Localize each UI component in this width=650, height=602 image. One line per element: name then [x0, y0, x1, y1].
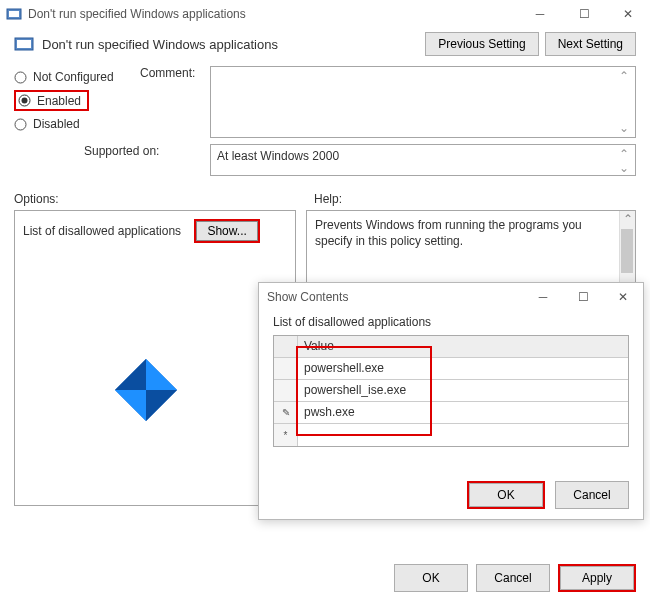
previous-setting-button[interactable]: Previous Setting — [425, 32, 538, 56]
modal-maximize-button[interactable]: ☐ — [563, 284, 603, 310]
radio-disabled[interactable]: Disabled — [14, 117, 140, 131]
table-row-new[interactable]: * — [274, 424, 628, 446]
modal-cancel-button[interactable]: Cancel — [555, 481, 629, 509]
radio-checked-icon — [18, 94, 31, 107]
dialog-footer: OK Cancel Apply — [394, 564, 636, 592]
pencil-icon: ✎ — [274, 402, 298, 423]
radio-unchecked-icon — [14, 71, 27, 84]
scrollbar[interactable]: ⌃⌄ — [619, 69, 633, 135]
list-label: List of disallowed applications — [23, 224, 181, 238]
svg-marker-9 — [146, 359, 177, 390]
header: Don't run specified Windows applications… — [0, 28, 650, 60]
grid-cell[interactable]: pwsh.exe — [298, 402, 628, 423]
asterisk-icon: * — [274, 424, 298, 446]
modal-title: Show Contents — [267, 290, 348, 304]
supported-on-label: Supported on: — [84, 144, 210, 158]
table-row[interactable]: ✎ pwsh.exe — [274, 402, 628, 424]
options-pane: List of disallowed applications Show... — [14, 210, 296, 506]
modal-ok-button[interactable]: OK — [469, 483, 543, 507]
disallowed-grid[interactable]: Value powershell.exe powershell_ise.exe … — [273, 335, 629, 447]
close-button[interactable]: ✕ — [606, 0, 650, 28]
maximize-button[interactable]: ☐ — [562, 0, 606, 28]
apply-button[interactable]: Apply — [560, 566, 634, 590]
radio-not-configured[interactable]: Not Configured — [14, 70, 140, 84]
svg-point-6 — [22, 98, 28, 104]
grid-corner — [274, 336, 298, 357]
policy-header-icon — [14, 34, 34, 54]
modal-minimize-button[interactable]: ─ — [523, 284, 563, 310]
supported-on-value: At least Windows 2000 ⌃⌄ — [210, 144, 636, 176]
scrollbar-thumb[interactable] — [621, 229, 633, 273]
svg-rect-1 — [9, 11, 19, 17]
svg-marker-11 — [115, 359, 146, 390]
help-text: Prevents Windows from running the progra… — [315, 217, 617, 249]
scrollbar[interactable]: ⌃⌄ — [619, 147, 633, 173]
comment-textarea[interactable]: ⌃⌄ — [210, 66, 636, 138]
radio-enabled[interactable]: Enabled — [14, 90, 89, 111]
modal-list-label: List of disallowed applications — [273, 315, 629, 329]
table-row[interactable]: powershell_ise.exe — [274, 380, 628, 402]
comment-label: Comment: — [140, 66, 210, 138]
policy-icon — [6, 6, 22, 22]
modal-close-button[interactable]: ✕ — [603, 284, 643, 310]
grid-col-value: Value — [298, 336, 628, 357]
svg-marker-12 — [146, 390, 177, 421]
table-row[interactable]: powershell.exe — [274, 358, 628, 380]
show-button[interactable]: Show... — [196, 221, 257, 241]
radio-unchecked-icon — [14, 118, 27, 131]
header-title: Don't run specified Windows applications — [42, 37, 425, 52]
svg-point-7 — [15, 119, 26, 130]
windows-logo-icon — [111, 355, 181, 425]
window-title: Don't run specified Windows applications — [28, 7, 518, 21]
titlebar: Don't run specified Windows applications… — [0, 0, 650, 28]
help-label: Help: — [314, 192, 342, 206]
grid-cell[interactable]: powershell_ise.exe — [298, 380, 628, 401]
cancel-button[interactable]: Cancel — [476, 564, 550, 592]
svg-marker-10 — [115, 390, 146, 421]
svg-point-4 — [15, 72, 26, 83]
show-contents-dialog: Show Contents ─ ☐ ✕ List of disallowed a… — [258, 282, 644, 520]
grid-cell[interactable]: powershell.exe — [298, 358, 628, 379]
svg-rect-3 — [17, 40, 31, 48]
next-setting-button[interactable]: Next Setting — [545, 32, 636, 56]
options-label: Options: — [14, 192, 314, 206]
minimize-button[interactable]: ─ — [518, 0, 562, 28]
ok-button[interactable]: OK — [394, 564, 468, 592]
grid-cell-empty[interactable] — [298, 424, 628, 446]
